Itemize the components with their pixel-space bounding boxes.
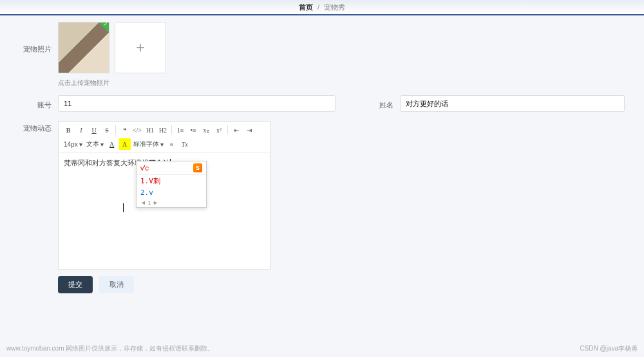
bold-button[interactable]: B <box>62 124 74 136</box>
breadcrumb-sep: / <box>317 3 319 11</box>
footer-right: CSDN @java李杨勇 <box>580 344 638 353</box>
strike-button[interactable]: S <box>101 124 113 136</box>
outdent-button[interactable]: ⇤ <box>231 124 242 136</box>
editor-toolbar: B I U S ❝ </> H1 H2 1≡ •≡ x₂ x² ⇤ ⇥ <box>59 122 270 153</box>
ime-candidate[interactable]: 1.V刺 <box>137 175 206 187</box>
fontfamily-select[interactable]: 标准字体▾ <box>132 138 165 150</box>
footer-left: www.toymoban.com 网络图片仅供展示，非存储，如有侵权请联系删除。 <box>6 344 214 353</box>
ime-pager[interactable]: ◄ 1 ► <box>137 198 206 207</box>
italic-button[interactable]: I <box>75 124 87 136</box>
photo-thumbnail[interactable]: ✓ <box>58 22 109 73</box>
ul-button[interactable]: •≡ <box>187 124 199 136</box>
cancel-button[interactable]: 取消 <box>99 276 134 293</box>
label-diary: 宠物动态 <box>19 121 52 133</box>
h1-button[interactable]: H1 <box>144 124 156 136</box>
h2-button[interactable]: H2 <box>157 124 169 136</box>
indent-button[interactable]: ⇥ <box>243 124 255 136</box>
editor-body[interactable]: 梵蒂冈和对方答复大环境规范合法 v'c S 1.V刺 2.v ◄ 1 ► <box>59 153 270 269</box>
clear-format-button[interactable]: Tx <box>179 138 191 150</box>
upload-hint[interactable]: 点击上传宠物照片 <box>58 78 625 87</box>
chevron-down-icon: ▾ <box>79 141 82 148</box>
quote-button[interactable]: ❝ <box>118 124 130 136</box>
breadcrumb-home[interactable]: 首页 <box>299 3 313 11</box>
rich-editor: B I U S ❝ </> H1 H2 1≡ •≡ x₂ x² ⇤ ⇥ <box>58 121 270 270</box>
label-photo: 宠物照片 <box>19 22 52 54</box>
font-select[interactable]: 文本▾ <box>85 138 105 150</box>
account-input[interactable] <box>58 95 336 112</box>
check-icon: ✓ <box>104 21 108 27</box>
plus-icon: + <box>136 39 145 57</box>
label-account: 账号 <box>19 98 52 110</box>
ol-button[interactable]: 1≡ <box>175 124 186 136</box>
breadcrumb-current: 宠物秀 <box>324 3 345 11</box>
sup-button[interactable]: x² <box>213 124 225 136</box>
toolbar-sep <box>171 125 172 134</box>
color-button[interactable]: A <box>106 138 118 150</box>
page-footer: www.toymoban.com 网络图片仅供展示，非存储，如有侵权请联系删除。… <box>6 344 638 353</box>
label-name: 姓名 <box>361 98 393 110</box>
sogou-logo-icon: S <box>193 163 202 172</box>
ime-popup: v'c S 1.V刺 2.v ◄ 1 ► <box>136 161 207 208</box>
ime-input-row: v'c S <box>137 161 206 175</box>
code-button[interactable]: </> <box>131 124 143 136</box>
text-cursor-icon <box>123 203 124 212</box>
bgcolor-button[interactable]: A <box>119 138 131 150</box>
submit-button[interactable]: 提交 <box>58 276 93 293</box>
chevron-down-icon: ▾ <box>100 141 104 148</box>
toolbar-sep <box>227 125 228 134</box>
add-photo-button[interactable]: + <box>115 22 166 73</box>
fontsize-select[interactable]: 14px▾ <box>62 138 84 150</box>
sub-button[interactable]: x₂ <box>200 124 212 136</box>
ime-candidate[interactable]: 2.v <box>137 187 206 198</box>
align-button[interactable]: ≡ <box>166 138 178 150</box>
toolbar-sep <box>115 125 116 134</box>
ime-pinyin: v'c <box>140 164 149 172</box>
chevron-down-icon: ▾ <box>160 141 164 148</box>
breadcrumb: 首页 / 宠物秀 <box>299 3 345 12</box>
name-input[interactable] <box>400 95 625 112</box>
page-header: 首页 / 宠物秀 <box>0 0 644 15</box>
underline-button[interactable]: U <box>88 124 100 136</box>
